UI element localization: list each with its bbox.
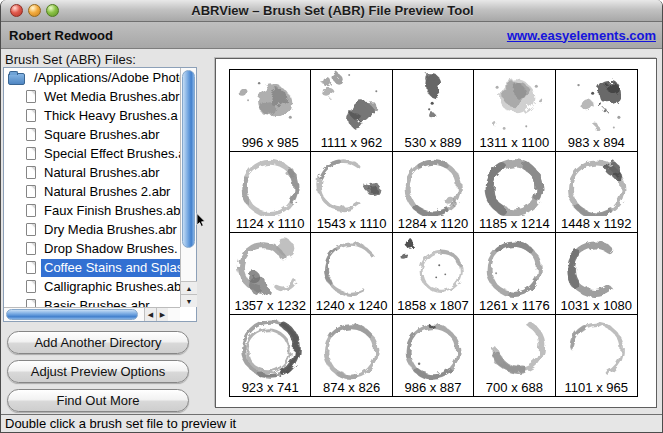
file-name-label: Faux Finish Brushes.ab	[41, 202, 180, 220]
preview-cell[interactable]: 1111 x 962	[311, 70, 392, 152]
file-list-item[interactable]: Drop Shadow Brushes.	[4, 239, 180, 258]
brush-file-listbox[interactable]: /Applications/Adobe PhotoWet Media Brush…	[3, 67, 197, 322]
preview-cell[interactable]: 983 x 894	[556, 70, 637, 152]
preview-cell[interactable]: 1124 x 1110	[230, 152, 311, 234]
brush-preview-image	[393, 315, 473, 381]
file-name-label: Natural Brushes.abr	[41, 164, 180, 182]
scroll-right-button[interactable]: ▶	[156, 308, 168, 321]
brush-preview-image	[474, 70, 554, 135]
vertical-scrollbar-thumb[interactable]	[182, 70, 195, 248]
brush-preview-image	[230, 70, 310, 135]
scroll-up-button[interactable]: ▲	[181, 281, 197, 294]
file-name-label: Wet Media Brushes.abr	[41, 88, 180, 106]
preview-cell[interactable]: 923 x 741	[230, 315, 311, 397]
preview-cell[interactable]: 1543 x 1110	[311, 152, 392, 234]
preview-cell[interactable]: 1357 x 1232	[230, 233, 311, 315]
directory-path-label: /Applications/Adobe Photo	[31, 69, 180, 87]
scroll-down-button[interactable]: ▼	[181, 294, 197, 307]
brush-preview-image	[393, 152, 473, 217]
preview-cell[interactable]: 1448 x 1192	[556, 152, 637, 234]
brush-size-label: 1111 x 962	[311, 135, 391, 151]
preview-cell[interactable]: 700 x 688	[474, 315, 555, 397]
file-list-item[interactable]: Basic Brushes.abr	[4, 296, 180, 307]
brush-preview-image	[474, 233, 554, 298]
window-title: ABRView – Brush Set (ABR) File Preview T…	[191, 3, 473, 18]
brush-size-label: 1311 x 1100	[474, 135, 554, 151]
brush-preview-image	[311, 152, 391, 217]
brush-size-label: 700 x 688	[474, 380, 554, 396]
preview-cell[interactable]: 1101 x 965	[556, 315, 637, 397]
brush-preview-image	[230, 315, 310, 381]
directory-list-item[interactable]: /Applications/Adobe Photo	[4, 68, 180, 87]
website-link[interactable]: www.easyelements.com	[507, 28, 656, 43]
close-button[interactable]	[10, 4, 23, 17]
zoom-button[interactable]	[46, 4, 59, 17]
file-name-label: Coffee Stains and Splas	[41, 259, 180, 277]
file-name-label: Dry Media Brushes.abr	[41, 221, 180, 239]
file-name-label: Square Brushes.abr	[41, 126, 180, 144]
preview-cell[interactable]: 986 x 887	[393, 315, 474, 397]
adjust-preview-options-button[interactable]: Adjust Preview Options	[7, 360, 189, 383]
preview-panel: 996 x 9851111 x 962530 x 8891311 x 11009…	[215, 58, 657, 408]
preview-cell[interactable]: 530 x 889	[393, 70, 474, 152]
brush-size-label: 1858 x 1807	[393, 298, 473, 314]
brush-preview-image	[311, 70, 391, 135]
brush-size-label: 1357 x 1232	[230, 298, 310, 314]
file-list-item[interactable]: Square Brushes.abr	[4, 125, 180, 144]
preview-cell[interactable]: 1261 x 1176	[474, 233, 555, 315]
file-icon	[26, 147, 36, 160]
horizontal-scrollbar-thumb[interactable]	[6, 309, 138, 320]
app-window: ABRView – Brush Set (ABR) File Preview T…	[0, 0, 663, 433]
brush-size-label: 1124 x 1110	[230, 216, 310, 232]
preview-cell[interactable]: 1031 x 1080	[556, 233, 637, 315]
add-directory-button[interactable]: Add Another Directory	[7, 331, 189, 354]
preview-cell[interactable]: 1240 x 1240	[311, 233, 392, 315]
preview-cell[interactable]: 1284 x 1120	[393, 152, 474, 234]
preview-cell[interactable]: 1858 x 1807	[393, 233, 474, 315]
preview-cell[interactable]: 874 x 826	[311, 315, 392, 397]
file-list-item[interactable]: Natural Brushes.abr	[4, 163, 180, 182]
scroll-left-button[interactable]: ◀	[144, 308, 156, 321]
file-name-label: Basic Brushes.abr	[41, 297, 180, 308]
file-name-label: Natural Brushes 2.abr	[41, 183, 180, 201]
preview-cell[interactable]: 1311 x 1100	[474, 70, 555, 152]
brush-preview-image	[474, 315, 554, 381]
file-list: /Applications/Adobe PhotoWet Media Brush…	[4, 68, 180, 307]
brush-size-label: 983 x 894	[556, 135, 637, 151]
file-list-label: Brush Set (ABR) Files:	[5, 52, 136, 67]
file-list-item[interactable]: Wet Media Brushes.abr	[4, 87, 180, 106]
file-name-label: Drop Shadow Brushes.	[41, 240, 180, 258]
author-name: Robert Redwood	[9, 28, 113, 43]
file-list-item[interactable]: Natural Brushes 2.abr	[4, 182, 180, 201]
header-band: Robert Redwood www.easyelements.com	[1, 22, 663, 49]
file-icon	[26, 204, 36, 217]
brush-size-label: 1448 x 1192	[556, 216, 637, 232]
file-icon	[26, 223, 36, 236]
brush-size-label: 1284 x 1120	[393, 216, 473, 232]
file-list-item[interactable]: Special Effect Brushes.a	[4, 144, 180, 163]
preview-cell[interactable]: 1185 x 1214	[474, 152, 555, 234]
file-name-label: Calligraphic Brushes.ab	[41, 278, 180, 296]
brush-preview-image	[556, 233, 637, 298]
brush-size-label: 1031 x 1080	[556, 298, 637, 314]
brush-preview-image	[474, 152, 554, 217]
file-list-item[interactable]: Thick Heavy Brushes.a	[4, 106, 180, 125]
vertical-scrollbar[interactable]: ▲ ▼	[180, 68, 196, 307]
file-list-item[interactable]: Calligraphic Brushes.ab	[4, 277, 180, 296]
file-icon	[26, 261, 36, 274]
preview-cell[interactable]: 996 x 985	[230, 70, 311, 152]
file-list-item[interactable]: Coffee Stains and Splas	[4, 258, 180, 277]
brush-preview-image	[230, 152, 310, 217]
minimize-button[interactable]	[28, 4, 41, 17]
file-list-item[interactable]: Faux Finish Brushes.ab	[4, 201, 180, 220]
file-name-label: Thick Heavy Brushes.a	[41, 107, 180, 125]
file-icon	[26, 128, 36, 141]
brush-size-label: 986 x 887	[393, 380, 473, 396]
file-list-item[interactable]: Dry Media Brushes.abr	[4, 220, 180, 239]
horizontal-scrollbar[interactable]: ◀ ▶	[4, 307, 180, 321]
find-out-more-button[interactable]: Find Out More	[7, 389, 189, 412]
brush-preview-image	[556, 315, 637, 381]
file-icon	[26, 109, 36, 122]
brush-size-label: 1185 x 1214	[474, 216, 554, 232]
title-bar[interactable]: ABRView – Brush Set (ABR) File Preview T…	[1, 0, 663, 22]
